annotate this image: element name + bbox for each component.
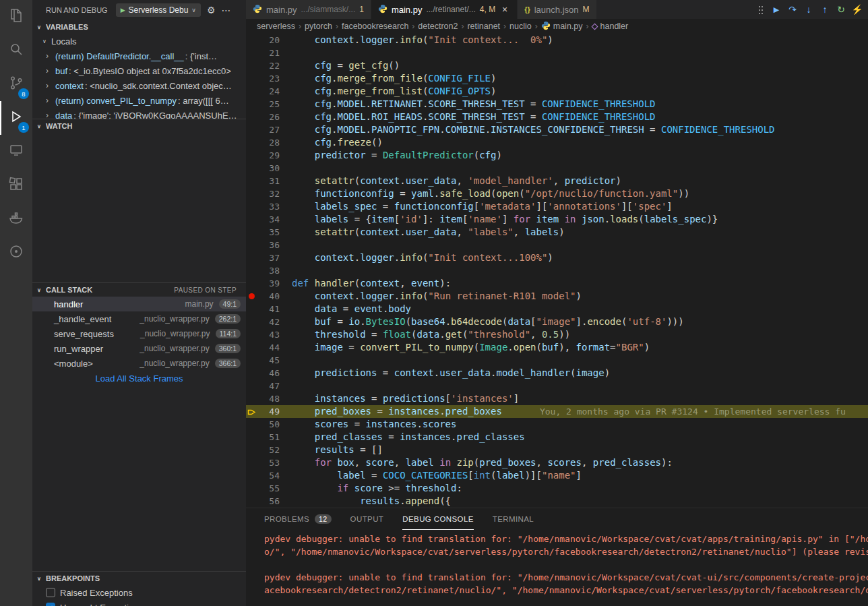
editor-tab-main.py[interactable]: main.py.../siammask/...1 (246, 0, 371, 19)
code-line-28[interactable]: 28 cfg.freeze() (246, 136, 868, 149)
variables-scope-locals[interactable]: ∨ Locals (32, 34, 246, 49)
editor-tab-main.py[interactable]: main.py.../retinanet/...4, M× (371, 0, 518, 19)
code-line-46[interactable]: 46 predictions = context.user_data.model… (246, 367, 868, 380)
debug-console-output[interactable]: pydev debugger: unable to find translati… (246, 530, 868, 597)
code-line-48[interactable]: 48 instances = predictions['instances'] (246, 392, 868, 405)
gutter-glyph[interactable] (246, 277, 258, 290)
code-line-37[interactable]: 37 context.logger.info("Init context...1… (246, 251, 868, 264)
gutter-glyph[interactable] (246, 315, 258, 328)
gutter-glyph[interactable] (246, 354, 258, 367)
code-line-54[interactable]: 54 label = COCO_CATEGORIES[int(label)]["… (246, 469, 868, 482)
code-line-35[interactable]: 35 setattr(context.user_data, "labels", … (246, 226, 868, 239)
code-line-36[interactable]: 36 (246, 239, 868, 251)
code-line-34[interactable]: 34 labels = {item['id']: item['name'] fo… (246, 213, 868, 226)
gutter-glyph[interactable] (246, 123, 258, 136)
code-line-38[interactable]: 38 (246, 264, 868, 277)
gear-icon[interactable]: ⚙ (207, 5, 216, 16)
gutter-glyph[interactable] (246, 59, 258, 72)
code-line-24[interactable]: 24 cfg.merge_from_list(CONFIG_OPTS) (246, 85, 868, 98)
breadcrumb-item-detectron2[interactable]: detectron2 (418, 22, 458, 31)
watch-section-header[interactable]: ∨ WATCH (32, 119, 246, 133)
code-line-40[interactable]: 40 context.logger.info("Run retinanet-R1… (246, 290, 868, 303)
code-line-29[interactable]: 29 predictor = DefaultPredictor(cfg) (246, 149, 868, 162)
code-line-43[interactable]: 43 threshold = float(data.get("threshold… (246, 328, 868, 341)
debug-disconnect-button[interactable]: ⚡ (849, 1, 865, 18)
activitybar-search[interactable] (0, 34, 32, 67)
gutter-glyph[interactable] (246, 392, 258, 405)
stack-frame[interactable]: _handle_event_nuclio_wrapper.py262:1 (32, 311, 246, 326)
breakpoints-section-header[interactable]: ∨ BREAKPOINTS (32, 572, 246, 585)
gutter-glyph[interactable] (246, 175, 258, 187)
breakpoint-item[interactable]: Raised Exceptions (32, 585, 246, 600)
breakpoint-glyph[interactable] (246, 290, 258, 303)
gutter-glyph[interactable] (246, 264, 258, 277)
code-line-27[interactable]: 27 cfg.MODEL.PANOPTIC_FPN.COMBINE.INSTAN… (246, 123, 868, 136)
variable-row[interactable]: ›context: <nuclio_sdk.context.Context ob… (32, 78, 246, 93)
gutter-glyph[interactable] (246, 136, 258, 149)
code-line-47[interactable]: 47 (246, 380, 868, 392)
code-line-20[interactable]: 20 context.logger.info("Init context... … (246, 34, 868, 47)
debug-step-over-button[interactable]: ↷ (784, 1, 801, 18)
gutter-glyph[interactable] (246, 482, 258, 495)
activitybar-run-and-debug[interactable]: 1 (0, 101, 32, 135)
code-line-25[interactable]: 25 cfg.MODEL.RETINANET.SCORE_THRESH_TEST… (246, 98, 868, 111)
code-line-49[interactable]: 49 pred_boxes = instances.pred_boxesYou,… (246, 405, 868, 418)
gutter-glyph[interactable] (246, 226, 258, 239)
debug-restart-button[interactable]: ↻ (833, 1, 849, 18)
code-line-22[interactable]: 22 cfg = get_cfg() (246, 59, 868, 72)
gutter-glyph[interactable] (246, 380, 258, 392)
panel-tab-debug-console[interactable]: DEBUG CONSOLE (402, 508, 474, 530)
debug-current-line-glyph[interactable] (246, 405, 258, 418)
load-all-stack-frames-link[interactable]: Load All Stack Frames (32, 371, 246, 385)
breadcrumb-item-retinanet[interactable]: retinanet (467, 22, 500, 31)
variables-section-header[interactable]: ∨ VARIABLES (32, 20, 246, 34)
variable-row[interactable]: ›(return) convert_PIL_to_numpy: array([[… (32, 93, 246, 108)
code-line-44[interactable]: 44 image = convert_PIL_to_numpy(Image.op… (246, 341, 868, 354)
gutter-glyph[interactable] (246, 456, 258, 469)
gutter-glyph[interactable] (246, 444, 258, 456)
gutter-glyph[interactable] (246, 431, 258, 444)
gutter-glyph[interactable] (246, 72, 258, 85)
stack-frame[interactable]: <module>_nuclio_wrapper.py366:1 (32, 356, 246, 371)
code-line-41[interactable]: 41 data = event.body (246, 303, 868, 315)
gutter-glyph[interactable] (246, 34, 258, 47)
editor-tab-launch.json[interactable]: {}launch.jsonM (518, 0, 596, 19)
activitybar-docker[interactable] (0, 202, 32, 236)
call-stack-section-header[interactable]: ∨ CALL STACK PAUSED ON STEP (32, 283, 246, 297)
code-line-51[interactable]: 51 pred_classes = instances.pred_classes (246, 431, 868, 444)
activitybar-extensions[interactable] (0, 169, 32, 202)
gutter-glyph[interactable] (246, 47, 258, 59)
breadcrumb-item-nuclio[interactable]: nuclio (509, 22, 532, 31)
activitybar-explorer[interactable] (0, 0, 32, 34)
breadcrumb-item-facebookresearch[interactable]: facebookresearch (342, 22, 408, 31)
breadcrumb-item-serverless[interactable]: serverless (257, 22, 295, 31)
gutter-glyph[interactable] (246, 251, 258, 264)
code-line-42[interactable]: 42 buf = io.BytesIO(base64.b64decode(dat… (246, 315, 868, 328)
stack-frame[interactable]: run_wrapper_nuclio_wrapper.py360:1 (32, 341, 246, 356)
variable-row[interactable]: ›buf: <_io.BytesIO object at 0x7f5a2dc1e… (32, 63, 246, 78)
panel-tab-terminal[interactable]: TERMINAL (493, 508, 534, 530)
code-editor[interactable]: 20 context.logger.info("Init context... … (246, 34, 868, 508)
code-line-32[interactable]: 32 functionconfig = yaml.safe_load(open(… (246, 187, 868, 200)
gutter-glyph[interactable] (246, 162, 258, 175)
code-line-55[interactable]: 55 if score >= threshold: (246, 482, 868, 495)
code-line-26[interactable]: 26 cfg.MODEL.ROI_HEADS.SCORE_THRESH_TEST… (246, 111, 868, 123)
gutter-glyph[interactable] (246, 200, 258, 213)
code-line-53[interactable]: 53 for box, score, label in zip(pred_box… (246, 456, 868, 469)
stack-frame[interactable]: serve_requests_nuclio_wrapper.py114:1 (32, 326, 246, 341)
activitybar-remote-explorer[interactable] (0, 135, 32, 169)
gutter-glyph[interactable] (246, 111, 258, 123)
close-icon[interactable]: × (499, 4, 510, 15)
debug-step-into-button[interactable]: ↓ (801, 1, 817, 18)
code-line-39[interactable]: 39def handler(context, event): (246, 277, 868, 290)
gutter-glyph[interactable] (246, 213, 258, 226)
variable-row[interactable]: ›data: {'image': 'iVBORw0KGgoAAAANSUhE… (32, 108, 246, 119)
code-line-45[interactable]: 45 (246, 354, 868, 367)
code-line-56[interactable]: 56 results.append({ (246, 495, 868, 508)
code-line-31[interactable]: 31 setattr(context.user_data, 'model_han… (246, 175, 868, 187)
debug-step-out-button[interactable]: ↑ (817, 1, 833, 18)
activitybar-source-control[interactable]: 8 (0, 67, 32, 101)
checkbox[interactable] (46, 588, 55, 597)
gutter-glyph[interactable] (246, 341, 258, 354)
gutter-glyph[interactable] (246, 98, 258, 111)
